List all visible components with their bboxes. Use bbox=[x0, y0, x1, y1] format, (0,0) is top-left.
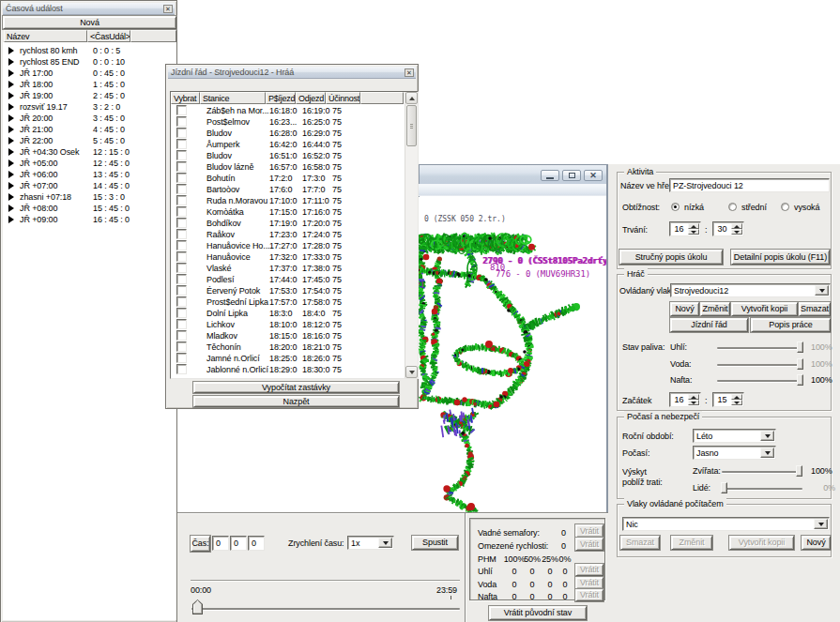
row-checkbox[interactable] bbox=[176, 240, 187, 250]
timetable-row[interactable]: Bartoòov17:6:017:7:075 bbox=[171, 184, 405, 195]
timetable-row[interactable]: Åumperk16:42:016:44:075 bbox=[171, 139, 405, 150]
animals-slider-thumb[interactable] bbox=[796, 465, 802, 477]
row-checkbox[interactable] bbox=[176, 150, 187, 160]
row-checkbox[interactable] bbox=[176, 218, 187, 228]
row-checkbox[interactable] bbox=[176, 341, 187, 352]
timetable-row[interactable]: Dolní Lipka18:3:018:4:075 bbox=[171, 308, 405, 319]
status-vratit-button[interactable]: Vrátit bbox=[575, 524, 603, 538]
event-row[interactable]: JŘ 22:005 : 45 : 0 bbox=[3, 135, 176, 146]
timetable-row[interactable]: Ruda n.Moravou17:10:017:11:075 bbox=[171, 195, 405, 206]
timetable-row[interactable]: Éervený Potok17:53:017:54:075 bbox=[171, 285, 405, 296]
timetable-row[interactable]: Bludov16:51:016:52:075 bbox=[171, 150, 405, 161]
event-row[interactable]: JŘ +07:0014 : 45 : 0 bbox=[3, 180, 176, 191]
new-event-button[interactable]: Nová bbox=[3, 16, 176, 29]
vlaky-change-button[interactable]: Změnit bbox=[671, 536, 712, 550]
time-field-h[interactable]: 0 bbox=[212, 536, 229, 551]
expand-triangle-icon[interactable] bbox=[8, 148, 14, 156]
column-header-prijezd[interactable]: P$íjezd bbox=[266, 92, 296, 104]
spin-down-button[interactable] bbox=[688, 229, 699, 235]
vlaky-delete-button[interactable]: Smazat bbox=[620, 536, 660, 550]
fuel-slider[interactable] bbox=[717, 347, 803, 349]
row-checkbox[interactable] bbox=[176, 116, 187, 127]
expand-triangle-icon[interactable] bbox=[8, 182, 14, 190]
job-description-button[interactable]: Popis práce bbox=[751, 318, 831, 332]
expand-triangle-icon[interactable] bbox=[8, 114, 14, 122]
timetable-row[interactable]: Lichkov18:10:018:12:075 bbox=[171, 319, 405, 330]
start-button[interactable]: Spustit bbox=[412, 536, 458, 550]
scroll-up-button[interactable] bbox=[405, 92, 418, 104]
back-button[interactable]: Nazpět bbox=[193, 396, 399, 407]
combo-arrow-button[interactable] bbox=[815, 285, 829, 296]
close-button[interactable] bbox=[163, 5, 173, 13]
event-row[interactable]: JŘ 19:002 : 45 : 0 bbox=[3, 90, 176, 101]
duration-hours-spinner[interactable]: 16 bbox=[669, 221, 701, 236]
time-slider[interactable] bbox=[191, 608, 460, 610]
timetable-row[interactable]: Jablonné n.Orlicí18:29:018:30:075 bbox=[171, 364, 405, 375]
column-header-vybrat[interactable]: Vybrat bbox=[171, 92, 200, 104]
timetable-row[interactable]: Těchonín18:20:018:21:075 bbox=[171, 341, 405, 353]
expand-triangle-icon[interactable] bbox=[8, 58, 14, 66]
timetable-row[interactable]: Prost$ední Lipka17:57:017:58:075 bbox=[171, 296, 405, 308]
spin-down-button[interactable] bbox=[688, 400, 699, 405]
row-checkbox[interactable] bbox=[176, 308, 187, 318]
time-button[interactable]: Čas: bbox=[191, 536, 210, 552]
timetable-row[interactable]: Podlesí17:44:017:45:075 bbox=[171, 274, 405, 285]
column-header-ucinnost[interactable]: Účinnost bbox=[326, 92, 360, 104]
event-row[interactable]: JŘ +06:0013 : 45 : 0 bbox=[3, 169, 176, 180]
combo-arrow-button[interactable] bbox=[814, 519, 828, 529]
timetable-row[interactable]: Bohutín17:2:017:3:075 bbox=[171, 173, 405, 184]
event-row[interactable]: rozsviť 19.173 : 2 : 0 bbox=[3, 101, 176, 113]
people-slider[interactable] bbox=[722, 488, 802, 490]
expand-triangle-icon[interactable] bbox=[8, 103, 14, 111]
timetable-row[interactable]: Bohdíkov17:19:017:20:075 bbox=[171, 218, 405, 229]
weather-combo[interactable]: Jasno bbox=[693, 446, 776, 460]
row-checkbox[interactable] bbox=[176, 206, 187, 217]
event-row[interactable]: rychlost 85 END0 : 0 : 10 bbox=[3, 56, 176, 68]
row-checkbox[interactable] bbox=[176, 128, 187, 138]
close-button[interactable]: ✕ bbox=[584, 170, 603, 181]
row-checkbox[interactable] bbox=[176, 105, 187, 115]
event-row[interactable]: JŘ +08:0015 : 45 : 0 bbox=[3, 203, 176, 214]
radio-vysoka[interactable] bbox=[781, 203, 789, 211]
animals-slider[interactable] bbox=[722, 471, 802, 473]
row-checkbox[interactable] bbox=[176, 353, 187, 363]
time-slider-thumb[interactable] bbox=[192, 599, 203, 614]
vlaky-copy-button[interactable]: Vytvořit kopii bbox=[729, 536, 794, 550]
combo-arrow-button[interactable] bbox=[760, 431, 774, 441]
row-checkbox[interactable] bbox=[176, 139, 187, 149]
expand-triangle-icon[interactable] bbox=[8, 81, 14, 88]
event-row[interactable]: JŘ 20:003 : 45 : 0 bbox=[3, 113, 176, 124]
row-checkbox[interactable] bbox=[176, 364, 187, 374]
expand-triangle-icon[interactable] bbox=[8, 159, 14, 167]
expand-triangle-icon[interactable] bbox=[8, 216, 14, 223]
start-minutes-spinner[interactable]: 15 bbox=[712, 392, 744, 407]
event-row[interactable]: JŘ 17:000 : 45 : 0 bbox=[3, 68, 176, 79]
timetable-row[interactable]: Hanuåovice17:32:017:33:075 bbox=[171, 251, 405, 263]
hrac-delete-button[interactable]: Smazat bbox=[799, 302, 831, 316]
column-header-casudal[interactable]: <ČasUdál> bbox=[87, 30, 130, 42]
expand-triangle-icon[interactable] bbox=[8, 137, 14, 144]
controlled-train-combo[interactable]: Strojvedouci12 bbox=[670, 283, 831, 297]
fuel-slider[interactable] bbox=[717, 380, 803, 382]
row-checkbox[interactable] bbox=[176, 319, 187, 329]
timetable-row[interactable]: Raåkov17:23:017:24:075 bbox=[171, 229, 405, 240]
timetable-row[interactable]: Komòátka17:15:017:16:075 bbox=[171, 206, 405, 218]
compute-stops-button[interactable]: Vypočítat zastávky bbox=[193, 382, 399, 393]
event-row[interactable]: JŘ 21:004 : 45 : 0 bbox=[3, 124, 176, 135]
column-header-odjezd[interactable]: Odjezd bbox=[296, 92, 326, 104]
timetable-row[interactable]: Bludov16:28:016:29:075 bbox=[171, 128, 405, 139]
fuel-slider-thumb[interactable] bbox=[797, 341, 803, 353]
row-checkbox[interactable] bbox=[176, 195, 187, 205]
start-hours-spinner[interactable]: 16 bbox=[669, 392, 701, 407]
combo-arrow-button[interactable] bbox=[760, 448, 774, 458]
brief-description-button[interactable]: Stručný popis úkolu bbox=[619, 250, 723, 265]
timetable-row[interactable]: Bludov lázně16:57:016:58:075 bbox=[171, 161, 405, 173]
radio-stredni[interactable] bbox=[728, 203, 737, 211]
column-header-nazev[interactable]: Název bbox=[4, 30, 87, 42]
scroll-down-button[interactable] bbox=[405, 366, 418, 378]
row-checkbox[interactable] bbox=[176, 173, 187, 183]
computer-trains-combo[interactable]: Nic bbox=[622, 517, 830, 531]
expand-triangle-icon[interactable] bbox=[8, 193, 14, 201]
detail-description-button[interactable]: Detailní popis úkolu (F11) bbox=[731, 250, 830, 265]
hrac-change-button[interactable]: Změnit bbox=[700, 302, 730, 316]
